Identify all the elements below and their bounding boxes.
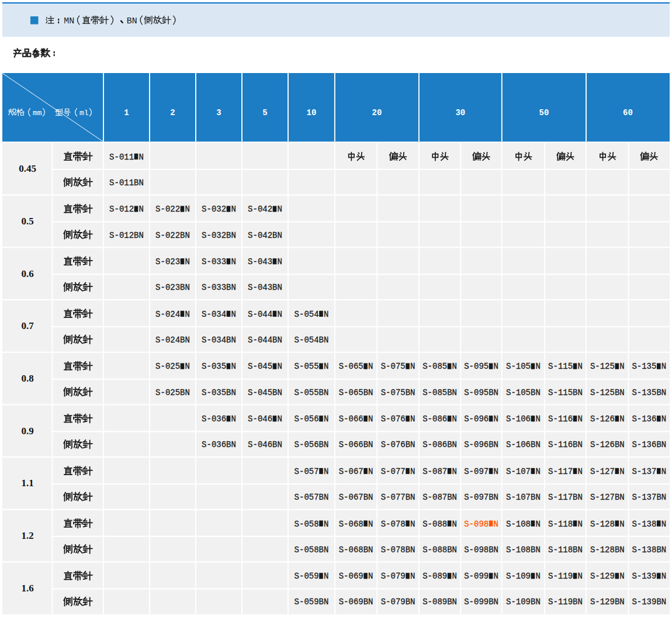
svg-text:N: N <box>619 414 624 424</box>
svg-text:S-105: S-105 <box>506 362 531 371</box>
svg-text:N: N <box>535 520 540 529</box>
svg-text:S-089: S-089 <box>422 572 447 581</box>
svg-text:S-087BN: S-087BN <box>422 493 457 502</box>
svg-text:N: N <box>452 414 457 424</box>
svg-text:N: N <box>578 414 583 424</box>
svg-text:S-065BN: S-065BN <box>339 388 373 397</box>
svg-text:S-135BN: S-135BN <box>632 388 666 397</box>
svg-text:S-056BN: S-056BN <box>295 440 329 449</box>
svg-text:S-069BN: S-069BN <box>339 597 373 607</box>
svg-text:S-057: S-057 <box>295 467 319 476</box>
svg-text:S-088: S-088 <box>422 520 447 529</box>
svg-text:S-119: S-119 <box>548 572 573 581</box>
svg-text:S-056: S-056 <box>295 414 319 424</box>
svg-text:S-129BN: S-129BN <box>590 597 625 607</box>
svg-text:N: N <box>619 467 624 476</box>
svg-text:N: N <box>278 205 282 214</box>
svg-text:S-055: S-055 <box>295 362 319 371</box>
svg-text:S-075: S-075 <box>381 362 406 371</box>
svg-text:3: 3 <box>216 108 221 117</box>
svg-text:0.45: 0.45 <box>19 163 36 174</box>
svg-text:S-043BN: S-043BN <box>248 283 282 292</box>
svg-text:S-011: S-011 <box>109 153 134 162</box>
svg-text:0.6: 0.6 <box>21 268 33 279</box>
svg-text:S-025: S-025 <box>155 362 180 371</box>
svg-text:S-125BN: S-125BN <box>590 388 625 397</box>
svg-text:5: 5 <box>262 108 267 117</box>
svg-text:S-079BN: S-079BN <box>381 597 415 607</box>
svg-text:S-025BN: S-025BN <box>155 388 190 397</box>
svg-text:S-108: S-108 <box>506 520 531 529</box>
svg-text:S-045BN: S-045BN <box>248 388 282 397</box>
svg-text:MN: MN <box>64 16 74 26</box>
svg-text:S-058: S-058 <box>295 520 319 529</box>
svg-text:N: N <box>139 205 144 214</box>
svg-text:N: N <box>231 310 236 319</box>
svg-text:S-115: S-115 <box>548 362 573 371</box>
svg-text:S-127BN: S-127BN <box>590 493 625 502</box>
svg-text:0.5: 0.5 <box>21 216 33 227</box>
svg-text:S-042BN: S-042BN <box>248 231 282 240</box>
svg-text:S-126: S-126 <box>590 414 615 424</box>
svg-text:S-119BN: S-119BN <box>548 597 583 607</box>
svg-text:S-036BN: S-036BN <box>202 440 236 449</box>
svg-text:N: N <box>619 362 624 371</box>
svg-text:N: N <box>452 520 457 529</box>
svg-text:S-046BN: S-046BN <box>248 440 282 449</box>
svg-text:S-085BN: S-085BN <box>422 388 457 397</box>
svg-text:S-024BN: S-024BN <box>155 335 190 345</box>
svg-text:N: N <box>278 257 282 266</box>
svg-text:S-107: S-107 <box>506 467 531 476</box>
svg-text:N: N <box>368 572 373 581</box>
svg-text:S-043: S-043 <box>248 257 272 266</box>
svg-text:S-137BN: S-137BN <box>632 493 666 502</box>
svg-text:S-136BN: S-136BN <box>632 440 666 449</box>
svg-text:20: 20 <box>372 108 382 117</box>
svg-text:S-022BN: S-022BN <box>155 231 190 240</box>
svg-text:S-125: S-125 <box>590 362 615 371</box>
svg-text:S-075BN: S-075BN <box>381 388 415 397</box>
svg-text:1.6: 1.6 <box>21 583 33 594</box>
svg-text:S-139: S-139 <box>632 572 656 581</box>
svg-text:S-097BN: S-097BN <box>464 493 498 502</box>
svg-text:N: N <box>494 362 498 371</box>
svg-text:N: N <box>535 362 540 371</box>
svg-text:N: N <box>494 414 498 424</box>
svg-text:N: N <box>231 205 236 214</box>
svg-text:N: N <box>368 467 373 476</box>
svg-text:S-035: S-035 <box>202 362 226 371</box>
svg-text:S-126BN: S-126BN <box>590 440 625 449</box>
svg-text:S-097: S-097 <box>464 467 489 476</box>
svg-text:S-046: S-046 <box>248 414 272 424</box>
svg-text:S-035BN: S-035BN <box>202 388 236 397</box>
svg-text:N: N <box>185 310 190 319</box>
svg-text:N: N <box>139 153 144 162</box>
svg-text:S-106BN: S-106BN <box>506 440 541 449</box>
svg-text:S-054: S-054 <box>295 310 319 319</box>
svg-text:N: N <box>410 414 415 424</box>
svg-text:N: N <box>324 362 328 371</box>
svg-text:N: N <box>368 414 373 424</box>
svg-text:S-067BN: S-067BN <box>339 493 373 502</box>
svg-text:S-068: S-068 <box>339 520 363 529</box>
svg-text:N: N <box>578 467 583 476</box>
svg-text:S-096BN: S-096BN <box>464 440 498 449</box>
svg-text:N: N <box>368 362 373 371</box>
svg-text:S-098: S-098 <box>464 520 489 529</box>
svg-text:N: N <box>231 257 236 266</box>
svg-text:N: N <box>368 520 373 529</box>
svg-text:N: N <box>410 467 415 476</box>
svg-text:S-078: S-078 <box>381 520 406 529</box>
svg-text:S-023: S-023 <box>155 257 180 266</box>
svg-text:N: N <box>661 467 666 476</box>
svg-text:S-115BN: S-115BN <box>548 388 583 397</box>
svg-text:S-054BN: S-054BN <box>295 335 329 345</box>
svg-text:N: N <box>410 362 415 371</box>
svg-text:S-138BN: S-138BN <box>632 545 666 555</box>
svg-text:N: N <box>324 572 328 581</box>
svg-text:N: N <box>324 520 328 529</box>
svg-text:50: 50 <box>539 108 549 117</box>
svg-text:S-067: S-067 <box>339 467 363 476</box>
svg-text:S-059BN: S-059BN <box>295 597 329 607</box>
svg-text:S-066: S-066 <box>339 414 363 424</box>
